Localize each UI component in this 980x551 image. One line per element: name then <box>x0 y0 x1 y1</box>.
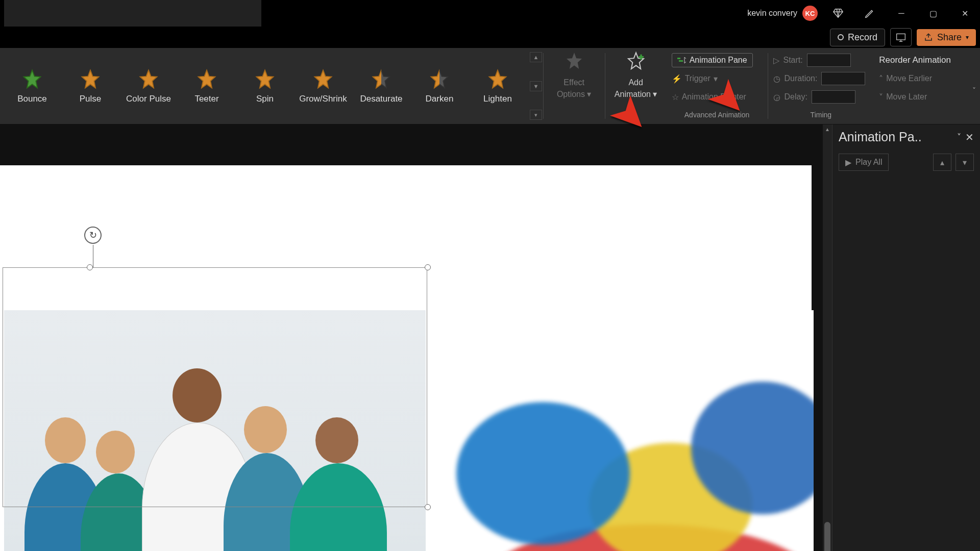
animation-desaturate[interactable]: Desaturate <box>352 52 410 120</box>
picture-ink-water[interactable] <box>426 310 814 551</box>
add-animation-button[interactable]: Add Animation ▾ <box>610 51 662 99</box>
trigger-button: ⚡ Trigger ▾ <box>672 69 763 88</box>
handle[interactable] <box>87 264 93 270</box>
diamond-icon[interactable] <box>827 3 849 23</box>
animation-grow-shrink[interactable]: Grow/Shrink <box>294 52 352 120</box>
present-button[interactable] <box>890 28 912 46</box>
svg-rect-6 <box>679 60 683 62</box>
delay-field: ◶ Delay: <box>773 88 869 106</box>
animation-label: Lighten <box>483 94 512 104</box>
animation-pane-button[interactable]: Animation Pane <box>672 53 753 67</box>
chevron-down-icon: ▾ <box>966 34 969 41</box>
group-label: Advanced Animation <box>672 111 763 121</box>
animation-label: Teeter <box>194 94 218 104</box>
star-icon <box>370 68 393 91</box>
star-icon <box>564 51 584 76</box>
clock-icon: ◶ <box>773 92 780 102</box>
selection-frame <box>3 267 427 507</box>
slide-canvas[interactable]: ↻ <box>0 124 823 551</box>
chevron-down-icon[interactable]: ˅ <box>957 132 961 142</box>
svg-rect-0 <box>897 34 905 40</box>
share-button[interactable]: Share ▾ <box>917 29 976 46</box>
move-earlier-button: ˄ Move Earlier <box>879 69 975 88</box>
painter-label: Animation Painter <box>682 92 746 102</box>
pen-icon[interactable] <box>859 3 881 23</box>
move-up-button[interactable]: ▴ <box>933 154 951 171</box>
animation-label: Desaturate <box>360 94 402 104</box>
bolt-icon: ⚡ <box>672 74 682 84</box>
add-line1: Add <box>628 78 643 87</box>
animation-label: Grow/Shrink <box>299 94 347 104</box>
trigger-label: Trigger <box>685 74 710 83</box>
chevron-down-icon: ˅ <box>879 92 883 102</box>
start-field: ▷ Start: <box>773 51 869 69</box>
rotation-handle[interactable]: ↻ <box>84 227 102 244</box>
star-icon <box>79 68 102 91</box>
animation-darken[interactable]: Darken <box>410 52 469 120</box>
gallery-scroll[interactable]: ▲ ▼ ▾ <box>530 48 543 124</box>
handle[interactable] <box>425 264 431 270</box>
record-label: Record <box>848 32 877 43</box>
delay-input <box>812 90 855 104</box>
animation-pane-panel: Animation Pa.. ˅ ✕ ▶ Play All ▴ ▾ <box>832 124 980 551</box>
earlier-label: Move Earlier <box>886 74 932 83</box>
duration-field: ◷ Duration: <box>773 69 869 88</box>
expand-ribbon-icon[interactable]: ˅ <box>972 86 976 94</box>
close-icon[interactable]: ✕ <box>965 131 974 143</box>
effect-line1: Effect <box>564 78 584 87</box>
chevron-up-icon: ˄ <box>879 74 883 84</box>
scroll-thumb[interactable] <box>824 522 830 551</box>
animation-painter-button: ☆ Animation Painter <box>672 88 763 106</box>
group-label: Timing <box>773 111 869 121</box>
scroll-up-icon[interactable]: ▲ <box>823 124 832 134</box>
avatar: KC <box>802 6 818 21</box>
move-down-button[interactable]: ▾ <box>955 154 974 171</box>
animation-color-pulse[interactable]: Color Pulse <box>119 52 178 120</box>
user-name: kevin convery <box>747 9 797 18</box>
play-icon: ▷ <box>773 56 779 65</box>
close-icon[interactable]: ✕ <box>953 3 976 23</box>
minimize-icon[interactable]: ─ <box>890 3 913 23</box>
animation-lighten[interactable]: Lighten <box>469 52 527 120</box>
account[interactable]: kevin convery KC <box>747 6 818 21</box>
star-icon <box>312 68 334 91</box>
later-label: Move Later <box>886 92 927 102</box>
effect-options-button: Effect Options ▾ <box>549 51 600 99</box>
add-line2: Animation ▾ <box>615 89 657 99</box>
duration-input <box>821 72 865 85</box>
animation-label: Pulse <box>80 94 102 104</box>
animation-spin[interactable]: Spin <box>236 52 294 120</box>
animation-label: Bounce <box>17 94 47 104</box>
maximize-icon[interactable]: ▢ <box>922 3 944 23</box>
reorder-label: Reorder Animation <box>879 51 975 69</box>
star-icon <box>21 68 43 91</box>
title-bar <box>4 0 261 27</box>
animation-label: Spin <box>256 94 274 104</box>
scroll-down-icon[interactable]: ▼ <box>530 81 542 91</box>
record-icon <box>838 34 844 40</box>
vertical-scrollbar[interactable]: ▲ <box>823 124 832 551</box>
handle[interactable] <box>425 504 431 510</box>
animation-label: Darken <box>426 94 454 104</box>
start-input <box>807 54 851 67</box>
play-all-button[interactable]: ▶ Play All <box>839 154 889 171</box>
record-button[interactable]: Record <box>830 29 885 46</box>
duration-label: Duration: <box>785 74 818 83</box>
star-icon: ☆ <box>672 92 679 102</box>
clock-icon: ◷ <box>773 74 780 84</box>
star-icon <box>195 68 218 91</box>
scroll-up-icon[interactable]: ▲ <box>530 52 542 62</box>
star-icon <box>137 68 160 91</box>
panel-title: Animation Pa.. <box>839 130 953 144</box>
animation-label: Color Pulse <box>126 94 171 104</box>
animation-pane-label: Animation Pane <box>690 56 747 65</box>
start-label: Start: <box>783 56 803 65</box>
animation-bounce[interactable]: Bounce <box>3 52 61 120</box>
effect-line2: Options ▾ <box>557 89 592 99</box>
play-icon: ▶ <box>845 158 851 167</box>
scroll-more-icon[interactable]: ▾ <box>530 110 542 120</box>
animation-teeter[interactable]: Teeter <box>178 52 236 120</box>
animation-pulse[interactable]: Pulse <box>61 52 119 120</box>
move-later-button: ˅ Move Later <box>879 88 975 106</box>
animation-gallery: BouncePulseColor PulseTeeterSpinGrow/Shr… <box>0 48 530 124</box>
